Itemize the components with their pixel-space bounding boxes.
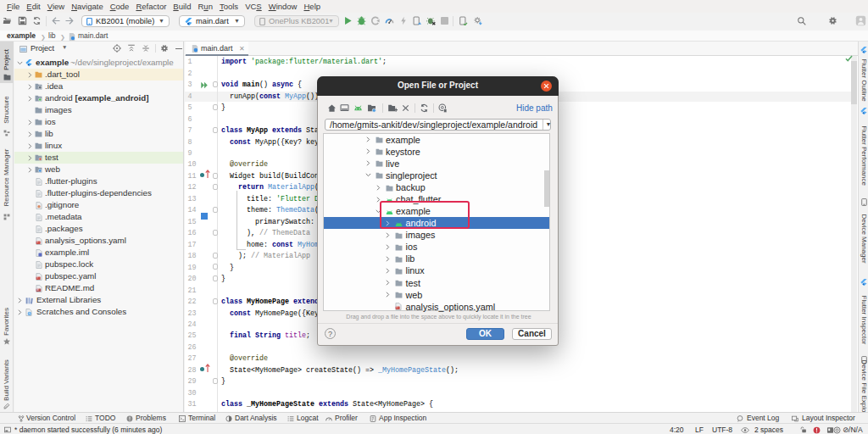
svg-text:Y: Y [36,241,38,244]
svg-text:Y: Y [396,306,398,309]
svg-text:Y: Y [36,276,38,280]
